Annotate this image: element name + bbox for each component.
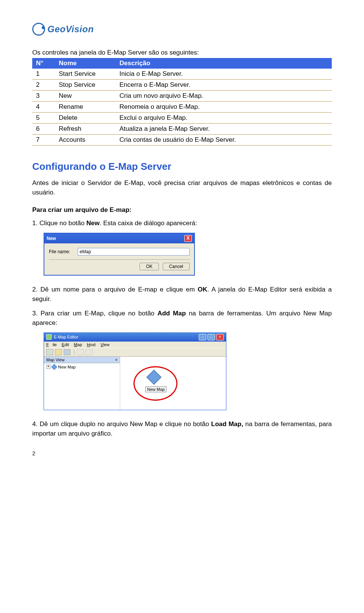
filename-label: File name: [49,249,70,254]
toolbar-icon[interactable] [77,349,84,355]
menu-file[interactable]: File [46,342,57,347]
expand-icon[interactable]: + [46,365,50,369]
editor-tree-panel: Map View × + New Map [44,357,120,410]
editor-menubar[interactable]: File Edit Map Host View [44,342,226,348]
dialog-title: New [47,236,56,241]
th-num: N° [32,58,55,69]
cancel-button[interactable]: Cancel [163,263,190,270]
maximize-icon[interactable]: □ [207,334,215,340]
subhead: Para criar um arquivo de E-map: [32,206,332,214]
editor-canvas[interactable]: New Map [120,357,226,410]
step-1: 1. Clique no botão New. Esta caixa de di… [32,218,332,228]
step-3: 3. Para criar um E-Map, clique no botão … [32,309,332,328]
toolbar-separator [74,350,74,355]
tree-item-newmap[interactable]: + New Map [44,363,120,371]
dialog-titlebar: New X [44,234,194,243]
new-dialog: New X File name: OK Cancel [44,233,195,276]
close-icon[interactable]: X [184,235,192,242]
step-2: 2. Dê um nome para o arquivo de E-map e … [32,285,332,304]
logo: GeoVision [32,23,332,36]
table-row: 7AccountsCria contas de usuário do E-Map… [32,135,332,146]
section-heading: Configurando o E-Map Server [32,161,332,172]
table-row: 1Start ServiceInicia o E-Map Server. [32,69,332,80]
ok-button[interactable]: OK [140,263,159,270]
step-4: 4. Dê um clique duplo no arquivo New Map… [32,419,332,439]
toolbar-icon[interactable] [86,349,93,355]
toolbar-icon[interactable] [55,349,62,355]
menu-edit[interactable]: Edit [62,342,69,347]
editor-app-icon [46,334,52,340]
tree-item-label: New Map [58,365,75,369]
table-row: 5DeleteExclui o arquivo E-Map. [32,113,332,124]
toolbar-icon[interactable] [64,349,71,355]
menu-view[interactable]: View [100,342,110,347]
logo-text: GeoVision [47,24,94,34]
menu-map[interactable]: Map [74,342,82,347]
emap-editor-window: E-Map Editor – □ × File Edit Map Host Vi… [44,332,226,410]
map-icon [51,364,58,370]
table-row: 3NewCria um novo arquivo E-Map. [32,91,332,102]
editor-title-text: E-Map Editor [54,335,78,339]
editor-toolbar [44,348,226,357]
controls-table: N° Nome Descrição 1Start ServiceInicia o… [32,58,332,146]
th-name: Nome [55,58,116,69]
menu-host[interactable]: Host [87,342,96,347]
table-row: 6RefreshAtualiza a janela E-Map Server. [32,124,332,135]
toolbar-icon[interactable] [46,349,53,355]
divider [49,259,190,260]
th-desc: Descrição [116,58,332,69]
logo-icon [32,23,45,36]
table-row: 2Stop ServiceEncerra o E-Map Server. [32,80,332,91]
close-icon[interactable]: × [216,334,224,340]
minimize-icon[interactable]: – [199,334,206,340]
panel-close-icon[interactable]: × [115,357,118,362]
editor-titlebar: E-Map Editor – □ × [44,333,226,342]
intro-text: Os controles na janela do E-Map Server s… [32,49,332,56]
page-number: 2 [32,450,332,456]
map-item-label: New Map [145,386,166,392]
filename-input[interactable] [78,248,190,256]
table-row: 4RenameRenomeia o arquivo E-Map. [32,102,332,113]
mapview-label: Map View [46,357,64,362]
section-body: Antes de iniciar o Servidor de E-Map, vo… [32,179,332,197]
